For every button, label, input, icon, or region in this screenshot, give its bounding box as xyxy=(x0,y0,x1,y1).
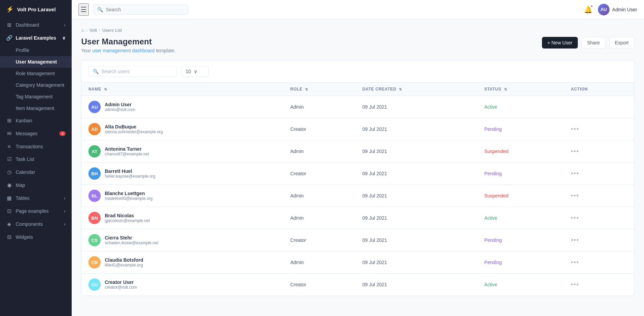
sidebar-item-transactions[interactable]: ≡ Transactions xyxy=(0,140,72,153)
user-name-cell: Brad Nicolas xyxy=(105,213,150,218)
page-examples-icon: ⊡ xyxy=(6,208,12,214)
sidebar-item-task-list[interactable]: ☑ Task List xyxy=(0,153,72,166)
cell-name: BL Blanche Luettgen madeline93@example.o… xyxy=(82,185,283,207)
sidebar-item-page-examples[interactable]: ⊡ Page examples › xyxy=(0,205,72,218)
user-avatar-small: BH xyxy=(88,167,101,180)
action-menu-button[interactable]: ••• xyxy=(571,170,579,177)
cell-status: Suspended xyxy=(477,185,564,207)
cell-role: Creator xyxy=(283,229,355,251)
sidebar-item-dashboard[interactable]: ⊞ Dashboard › xyxy=(0,18,72,31)
cell-role: Admin xyxy=(283,96,355,118)
cell-role: Creator xyxy=(283,163,355,185)
sidebar-item-kanban[interactable]: ⊞ Kanban xyxy=(0,114,72,127)
chevron-right-icon: › xyxy=(64,221,66,227)
search-icon: 🔍 xyxy=(97,7,103,12)
table-toolbar: 🔍 10 ∨ xyxy=(82,60,634,83)
user-menu[interactable]: AU Admin User xyxy=(598,4,637,15)
widgets-icon: ⊟ xyxy=(6,234,12,240)
sidebar-item-widgets[interactable]: ⊟ Widgets xyxy=(0,231,72,244)
breadcrumb: ⌂ / Volt / Users List xyxy=(81,27,634,33)
cell-name: AT Antonina Turner chance87@example.net xyxy=(82,140,283,163)
cell-name: BN Brad Nicolas gjacobson@example.net xyxy=(82,207,283,229)
action-menu-button[interactable]: ••• xyxy=(571,215,579,221)
cell-name: AU Admin User admin@volt.com xyxy=(82,96,283,118)
page-title: User Management xyxy=(81,37,176,46)
breadcrumb-volt[interactable]: Volt xyxy=(89,28,97,33)
action-menu-button[interactable]: ••• xyxy=(571,126,579,133)
cell-date-created: 09 Jul 2021 xyxy=(356,274,477,296)
sidebar-item-item-management[interactable]: Item Management xyxy=(0,102,72,114)
chevron-right-icon: › xyxy=(64,22,66,28)
col-status[interactable]: STATUS ⇅ xyxy=(477,83,564,96)
sidebar-item-messages[interactable]: ✉ Messages 4 xyxy=(0,127,72,140)
user-name-cell: Admin User xyxy=(105,102,135,107)
action-menu-button[interactable]: ••• xyxy=(571,148,579,155)
cell-action: ••• xyxy=(564,229,634,251)
user-name-cell: Claudia Botsford xyxy=(105,257,143,263)
table-row: CB Claudia Botsford lillie41@example.org… xyxy=(82,251,634,274)
user-email-cell: sienna.schroeder@example.org xyxy=(105,129,163,134)
notification-button[interactable]: 🔔 xyxy=(584,5,592,14)
new-user-button[interactable]: + New User xyxy=(542,37,578,49)
share-button[interactable]: Share xyxy=(581,37,605,49)
export-button[interactable]: Export xyxy=(609,37,634,49)
user-email-cell: lillie41@example.org xyxy=(105,263,143,267)
sidebar-item-map[interactable]: ◉ Map xyxy=(0,179,72,192)
user-email-cell: admin@volt.com xyxy=(105,107,135,112)
user-name-cell: Antonina Turner xyxy=(105,146,149,152)
action-menu-button[interactable]: ••• xyxy=(571,192,579,199)
action-menu-button[interactable]: ••• xyxy=(571,281,579,288)
cell-status: Active xyxy=(477,207,564,229)
table-row: AD Alta DuBuque sienna.schroeder@example… xyxy=(82,118,634,140)
sidebar-item-label: Messages xyxy=(16,131,38,136)
sidebar-item-role-management[interactable]: Role Management xyxy=(0,68,72,79)
calendar-icon: ◷ xyxy=(6,169,12,175)
sidebar-item-label: Dashboard xyxy=(16,22,39,28)
hamburger-button[interactable]: ☰ xyxy=(78,3,89,16)
sidebar-item-label: Transactions xyxy=(16,144,43,149)
sidebar-item-profile[interactable]: Profile xyxy=(0,44,72,56)
col-role[interactable]: ROLE ⇅ xyxy=(283,83,355,96)
cell-role: Admin xyxy=(283,185,355,207)
cell-date-created: 09 Jul 2021 xyxy=(356,96,477,118)
sidebar-item-label: Page examples xyxy=(16,208,49,214)
sidebar-item-calendar[interactable]: ◷ Calendar xyxy=(0,166,72,179)
col-name[interactable]: NAME ⇅ xyxy=(82,83,283,96)
cell-status: Active xyxy=(477,274,564,296)
table-row: AU Admin User admin@volt.com Admin 09 Ju… xyxy=(82,96,634,118)
user-avatar-small: AT xyxy=(88,145,101,157)
sidebar-item-tag-management[interactable]: Tag Management xyxy=(0,91,72,102)
cell-role: Creator xyxy=(283,274,355,296)
subtitle-link[interactable]: user management dashboard xyxy=(92,48,155,53)
users-table: NAME ⇅ ROLE ⇅ DATE CREATED ⇅ STATUS ⇅ AC… xyxy=(82,83,634,296)
sidebar-item-components[interactable]: ◈ Components › xyxy=(0,218,72,231)
sidebar-item-user-management[interactable]: User Management xyxy=(0,56,72,68)
cell-role: Admin xyxy=(283,251,355,274)
kanban-icon: ⊞ xyxy=(6,118,12,124)
user-email-cell: chance87@example.net xyxy=(105,152,149,156)
sidebar-brand[interactable]: ⚡ Volt Pro Laravel xyxy=(0,0,72,18)
cell-action xyxy=(564,96,634,118)
user-avatar-small: CU xyxy=(88,278,101,291)
sidebar-item-category-management[interactable]: Category Management xyxy=(0,79,72,91)
action-menu-button[interactable]: ••• xyxy=(571,237,579,244)
sidebar-item-tables[interactable]: ▦ Tables › xyxy=(0,192,72,205)
status-badge: Pending xyxy=(484,237,502,243)
per-page-selector[interactable]: 10 ∨ xyxy=(181,66,209,77)
action-menu-button[interactable]: ••• xyxy=(571,259,579,266)
dashboard-icon: ⊞ xyxy=(6,22,12,28)
col-date-created[interactable]: DATE CREATED ⇅ xyxy=(356,83,477,96)
topbar-search-container: 🔍 xyxy=(93,4,188,15)
brand-icon: ⚡ xyxy=(6,5,14,13)
topbar-search-input[interactable] xyxy=(106,7,184,12)
table-row: AT Antonina Turner chance87@example.net … xyxy=(82,140,634,163)
sidebar-item-laravel-examples[interactable]: 🔗 Laravel Examples ∨ xyxy=(0,31,72,44)
page-subtitle: Your user management dashboard template. xyxy=(81,48,176,53)
col-action: ACTION xyxy=(564,83,634,96)
cell-action: ••• xyxy=(564,274,634,296)
sidebar: ⚡ Volt Pro Laravel ⊞ Dashboard › 🔗 Larav… xyxy=(0,0,72,316)
sidebar-item-label: Kanban xyxy=(16,118,32,123)
user-name-cell: Blanche Luettgen xyxy=(105,191,153,196)
sidebar-sub-label: Tag Management xyxy=(16,94,53,99)
table-search-input[interactable] xyxy=(101,69,173,74)
